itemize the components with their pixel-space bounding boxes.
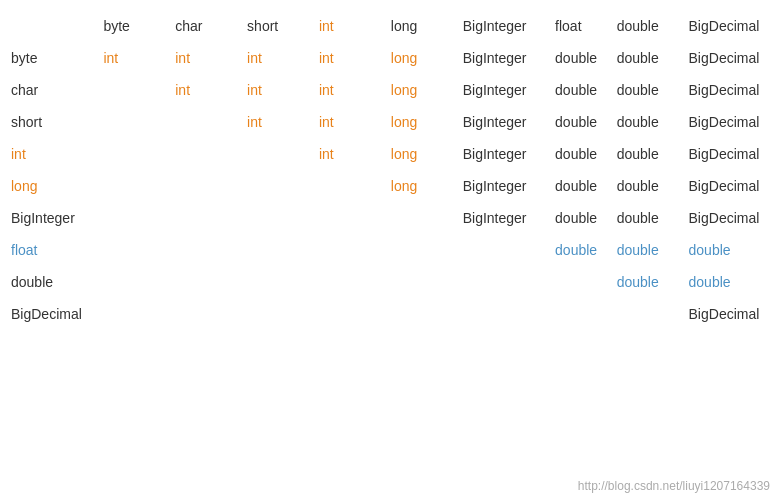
column-header-2: char	[169, 10, 241, 42]
column-header-3: short	[241, 10, 313, 42]
cell-2-8: BigDecimal	[683, 106, 775, 138]
cell-1-7: double	[611, 74, 683, 106]
cell-8-7	[611, 298, 683, 330]
cell-4-0	[97, 170, 169, 202]
cell-4-4: long	[385, 170, 457, 202]
cell-0-6: double	[549, 42, 611, 74]
column-header-5: long	[385, 10, 457, 42]
cell-4-6: double	[549, 170, 611, 202]
cell-7-4	[385, 266, 457, 298]
cell-1-5: BigInteger	[457, 74, 549, 106]
cell-6-2	[241, 234, 313, 266]
row-label-7: double	[5, 266, 97, 298]
cell-1-8: BigDecimal	[683, 74, 775, 106]
cell-1-0	[97, 74, 169, 106]
cell-6-6: double	[549, 234, 611, 266]
cell-6-0	[97, 234, 169, 266]
table-row: charintintintlongBigIntegerdoubledoubleB…	[5, 74, 775, 106]
cell-4-3	[313, 170, 385, 202]
cell-3-2	[241, 138, 313, 170]
cell-2-6: double	[549, 106, 611, 138]
cell-8-6	[549, 298, 611, 330]
table-header: bytecharshortintlongBigIntegerfloatdoubl…	[5, 10, 775, 42]
cell-8-0	[97, 298, 169, 330]
cell-6-7: double	[611, 234, 683, 266]
table-row: shortintintlongBigIntegerdoubledoubleBig…	[5, 106, 775, 138]
cell-1-6: double	[549, 74, 611, 106]
cell-5-4	[385, 202, 457, 234]
cell-2-3: int	[313, 106, 385, 138]
row-label-6: float	[5, 234, 97, 266]
row-label-2: short	[5, 106, 97, 138]
column-header-4: int	[313, 10, 385, 42]
cell-5-3	[313, 202, 385, 234]
cell-4-7: double	[611, 170, 683, 202]
table-row: BigDecimalBigDecimal	[5, 298, 775, 330]
cell-5-5: BigInteger	[457, 202, 549, 234]
row-label-5: BigInteger	[5, 202, 97, 234]
cell-0-4: long	[385, 42, 457, 74]
cell-3-7: double	[611, 138, 683, 170]
table-row: longlongBigIntegerdoubledoubleBigDecimal	[5, 170, 775, 202]
row-label-8: BigDecimal	[5, 298, 97, 330]
cell-4-2	[241, 170, 313, 202]
cell-8-4	[385, 298, 457, 330]
main-container: bytecharshortintlongBigIntegerfloatdoubl…	[0, 0, 780, 340]
cell-2-2: int	[241, 106, 313, 138]
cell-3-1	[169, 138, 241, 170]
row-label-3: int	[5, 138, 97, 170]
watermark: http://blog.csdn.net/liuyi1207164339	[578, 479, 770, 493]
cell-4-5: BigInteger	[457, 170, 549, 202]
cell-0-3: int	[313, 42, 385, 74]
cell-8-2	[241, 298, 313, 330]
cell-1-4: long	[385, 74, 457, 106]
table-row: doubledoubledouble	[5, 266, 775, 298]
column-header-8: double	[611, 10, 683, 42]
table-row: byteintintintintlongBigIntegerdoubledoub…	[5, 42, 775, 74]
row-label-4: long	[5, 170, 97, 202]
cell-8-1	[169, 298, 241, 330]
cell-3-5: BigInteger	[457, 138, 549, 170]
cell-0-0: int	[97, 42, 169, 74]
cell-1-1: int	[169, 74, 241, 106]
cell-3-3: int	[313, 138, 385, 170]
cell-8-3	[313, 298, 385, 330]
cell-5-0	[97, 202, 169, 234]
cell-2-1	[169, 106, 241, 138]
cell-6-1	[169, 234, 241, 266]
cell-6-5	[457, 234, 549, 266]
cell-7-1	[169, 266, 241, 298]
cell-5-6: double	[549, 202, 611, 234]
column-header-9: BigDecimal	[683, 10, 775, 42]
cell-7-0	[97, 266, 169, 298]
row-label-0: byte	[5, 42, 97, 74]
table-row: floatdoubledoubledouble	[5, 234, 775, 266]
column-header-6: BigInteger	[457, 10, 549, 42]
table-row: BigIntegerBigIntegerdoubledoubleBigDecim…	[5, 202, 775, 234]
cell-7-6	[549, 266, 611, 298]
cell-0-8: BigDecimal	[683, 42, 775, 74]
cell-0-5: BigInteger	[457, 42, 549, 74]
cell-0-2: int	[241, 42, 313, 74]
cell-3-4: long	[385, 138, 457, 170]
column-header-1: byte	[97, 10, 169, 42]
cell-2-5: BigInteger	[457, 106, 549, 138]
cell-2-7: double	[611, 106, 683, 138]
cell-6-4	[385, 234, 457, 266]
cell-7-8: double	[683, 266, 775, 298]
cell-2-0	[97, 106, 169, 138]
cell-6-3	[313, 234, 385, 266]
cell-5-8: BigDecimal	[683, 202, 775, 234]
cell-2-4: long	[385, 106, 457, 138]
cell-0-7: double	[611, 42, 683, 74]
cell-3-6: double	[549, 138, 611, 170]
cell-5-1	[169, 202, 241, 234]
cell-5-2	[241, 202, 313, 234]
cell-1-3: int	[313, 74, 385, 106]
cell-7-5	[457, 266, 549, 298]
row-label-1: char	[5, 74, 97, 106]
cell-7-3	[313, 266, 385, 298]
cell-8-5	[457, 298, 549, 330]
column-header-0	[5, 10, 97, 42]
cell-7-7: double	[611, 266, 683, 298]
